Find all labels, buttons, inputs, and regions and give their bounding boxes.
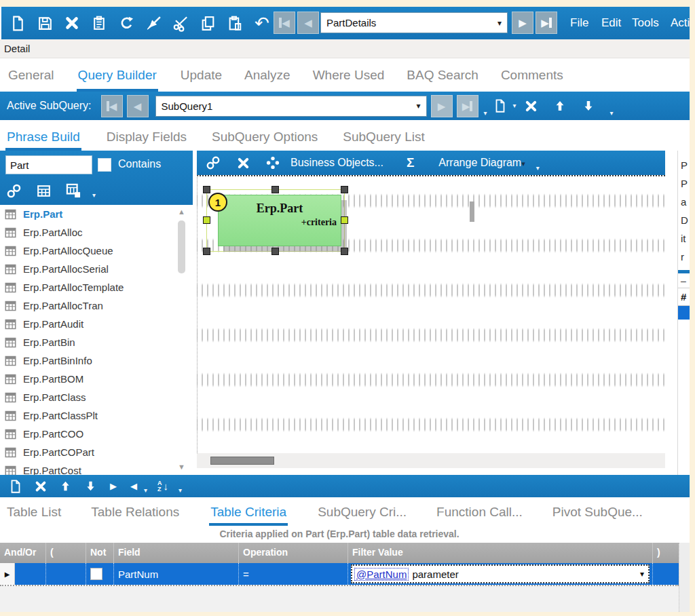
resize-handle-sw[interactable]: [203, 248, 210, 255]
table-list-item[interactable]: Erp.PartClassPlt: [0, 406, 193, 425]
resize-handle-se[interactable]: [341, 248, 348, 255]
table-list-item[interactable]: Erp.PartCOPart: [0, 443, 193, 461]
add-relation-button[interactable]: [200, 152, 227, 174]
table-list-item[interactable]: Erp.PartAudit: [0, 315, 193, 333]
overflow-caret-icon[interactable]: ▾: [484, 110, 487, 117]
tab-phrase-build[interactable]: Phrase Build: [5, 130, 81, 151]
add-calculated-table-button[interactable]: [62, 179, 84, 202]
tab-table-criteria[interactable]: Table Criteria: [209, 505, 288, 526]
save-button[interactable]: [31, 9, 58, 37]
table-list-item[interactable]: Erp.PartCOO: [0, 425, 193, 443]
table-list-item[interactable]: Erp.PartAlloc: [0, 223, 193, 242]
record-first-button[interactable]: ◀: [274, 12, 295, 34]
contains-checkbox[interactable]: [98, 158, 111, 172]
resize-handle-s[interactable]: [271, 248, 279, 255]
column-header-open-paren[interactable]: (: [46, 543, 86, 563]
record-prev-button[interactable]: ◀: [297, 12, 319, 34]
table-list-item[interactable]: Erp.PartBOM: [0, 370, 193, 388]
table-tools-caret-icon[interactable]: ▾: [92, 192, 96, 199]
diagram-overflow-caret-icon[interactable]: ▾: [536, 165, 540, 172]
delete-subquery-button[interactable]: [518, 93, 545, 119]
cell-open-paren[interactable]: [46, 563, 86, 585]
move-row-down-button[interactable]: [78, 476, 103, 497]
sigma-icon[interactable]: Σ: [407, 155, 414, 170]
resize-handle-n[interactable]: [271, 186, 279, 193]
resize-handle-w[interactable]: [203, 216, 210, 224]
column-header-andor[interactable]: And/Or: [0, 543, 46, 563]
overflow-caret-icon[interactable]: ▾: [179, 487, 182, 494]
new-subquery-caret-icon[interactable]: ▾: [513, 102, 516, 109]
cell-operation[interactable]: =: [239, 563, 348, 585]
tab-subquery-criteria[interactable]: SubQuery Cri...: [318, 505, 407, 526]
table-list-item[interactable]: Erp.PartBin: [0, 333, 193, 351]
tab-query-builder[interactable]: Query Builder: [77, 68, 158, 92]
record-next-button[interactable]: ▶: [512, 12, 533, 34]
tab-function-calls[interactable]: Function Call...: [436, 505, 523, 526]
filter-value-caret-icon[interactable]: ▾: [640, 569, 644, 579]
resize-handle-nw[interactable]: [203, 186, 210, 193]
paste-button[interactable]: [221, 9, 248, 37]
delete-button[interactable]: [58, 9, 86, 37]
tab-table-relations[interactable]: Table Relations: [91, 505, 179, 526]
table-list-item[interactable]: Erp.PartAllocSerial: [0, 260, 193, 278]
delete-node-button[interactable]: [229, 152, 257, 174]
tab-where-used[interactable]: Where Used: [313, 68, 385, 92]
move-row-up-button[interactable]: [53, 476, 78, 497]
table-filter-input[interactable]: [5, 155, 92, 174]
business-objects-button[interactable]: [259, 152, 286, 174]
menu-edit[interactable]: Edit: [601, 7, 621, 39]
query-diagram-canvas[interactable]: Erp.Part +criteria 1: [197, 175, 665, 453]
undo-button[interactable]: ↶: [248, 9, 276, 37]
new-subquery-button[interactable]: [489, 93, 512, 119]
cell-close-paren[interactable]: [653, 563, 679, 585]
move-down-button[interactable]: [575, 93, 602, 119]
tab-table-list[interactable]: Table List: [7, 505, 61, 526]
link-table-button[interactable]: [3, 179, 24, 202]
new-document-button[interactable]: [4, 9, 31, 37]
resize-handle-e[interactable]: [341, 216, 348, 224]
row-selector[interactable]: ▶: [0, 563, 15, 585]
cell-field[interactable]: PartNum: [114, 563, 239, 585]
table-list-item[interactable]: Erp.PartAllocTemplate: [0, 278, 193, 296]
subquery-prev-button[interactable]: ◀: [127, 95, 149, 117]
table-list-item[interactable]: Erp.PartClass: [0, 388, 193, 406]
menu-tools[interactable]: Tools: [632, 7, 659, 39]
table-list-item[interactable]: Erp.PartAllocQueue: [0, 242, 193, 260]
subquery-first-button[interactable]: ◀: [101, 95, 123, 117]
table-list-item[interactable]: Erp.PartAllocTran: [0, 296, 193, 315]
subquery-next-button[interactable]: ▶: [431, 95, 453, 117]
filter-value-combobox[interactable]: @PartNum parameter ▾: [351, 564, 650, 583]
next-record-button[interactable]: ▶: [103, 476, 124, 497]
record-last-button[interactable]: ▶: [536, 12, 557, 34]
scroll-down-icon[interactable]: ▼: [176, 462, 187, 471]
partnum-parameter-link[interactable]: @PartNum: [355, 569, 408, 580]
table-list-item[interactable]: Erp.PartCost: [0, 461, 193, 475]
menu-actions[interactable]: Actions: [671, 7, 690, 39]
subquery-last-button[interactable]: ▶: [457, 95, 478, 117]
column-header-operation[interactable]: Operation: [239, 543, 348, 563]
not-checkbox[interactable]: [90, 568, 102, 580]
cell-andor[interactable]: [15, 563, 46, 585]
tab-update[interactable]: Update: [181, 68, 222, 92]
record-combobox[interactable]: PartDetails ▾: [320, 12, 508, 33]
tab-pivot-subquery[interactable]: Pivot SubQue...: [552, 505, 643, 526]
hscrollbar-thumb[interactable]: [210, 457, 274, 465]
panel-selected-row[interactable]: [678, 306, 690, 320]
tab-general[interactable]: General: [8, 68, 54, 92]
subquery-combobox[interactable]: SubQuery1 ▾: [155, 96, 427, 117]
table-list-item[interactable]: Erp.PartBinInfo: [0, 351, 193, 370]
tab-analyze[interactable]: Analyze: [244, 68, 290, 92]
tab-baq-search[interactable]: BAQ Search: [407, 68, 478, 92]
move-up-button[interactable]: [546, 93, 574, 119]
copy-button[interactable]: [194, 9, 221, 37]
tab-comments[interactable]: Comments: [501, 68, 563, 92]
diagram-vscrollbar-thumb[interactable]: [470, 201, 474, 222]
erp-part-node[interactable]: Erp.Part +criteria: [218, 195, 341, 246]
subquery-combobox-caret-icon[interactable]: ▾: [416, 101, 420, 111]
refresh-button[interactable]: [113, 9, 140, 37]
menu-file[interactable]: File: [570, 7, 588, 39]
delete-row-button[interactable]: [28, 476, 53, 497]
overflow-caret-icon[interactable]: ▾: [610, 110, 614, 117]
tab-display-fields[interactable]: Display Fields: [107, 130, 187, 151]
prev-record-button[interactable]: ◀: [124, 476, 144, 497]
